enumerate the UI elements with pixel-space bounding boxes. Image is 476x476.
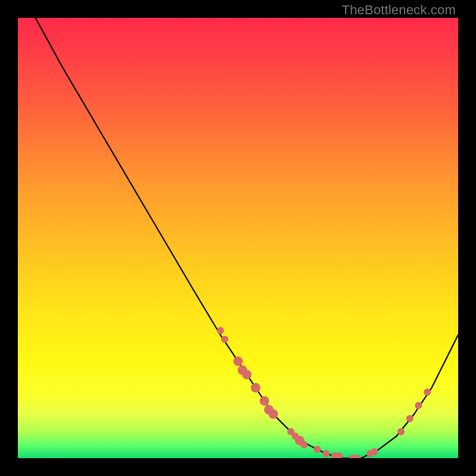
plot-background xyxy=(18,18,458,458)
chart-container: TheBottleneck.com xyxy=(0,0,476,476)
watermark-label: TheBottleneck.com xyxy=(342,2,456,18)
